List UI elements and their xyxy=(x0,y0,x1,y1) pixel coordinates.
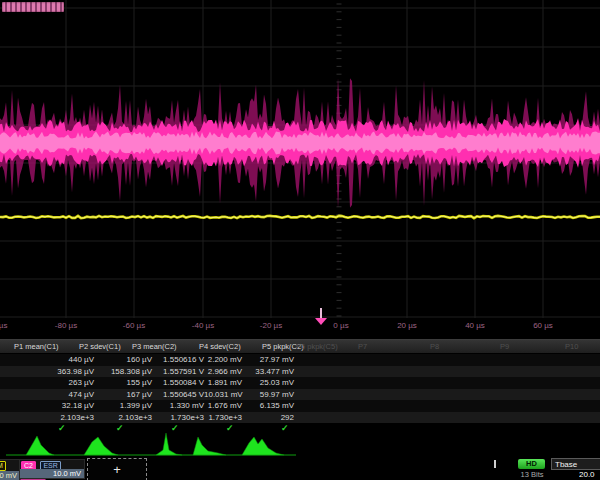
measure-value: 2.200 mV xyxy=(204,355,242,364)
measure-value: 2.966 mV xyxy=(204,367,242,376)
c1-coupling-badge: C1M xyxy=(0,461,6,471)
histicon xyxy=(156,433,182,455)
time-axis-label: -40 µs xyxy=(192,321,214,330)
param-header-p8[interactable]: P8 xyxy=(430,342,439,351)
measure-value: 1.730e+3 xyxy=(204,413,242,422)
partial-box-edge xyxy=(494,460,496,468)
measure-value: 1.550616 V xyxy=(152,355,204,364)
measure-value: 10.031 mV xyxy=(204,390,242,399)
measure-value: 1.550645 V xyxy=(152,390,204,399)
param-header-p1[interactable]: P1 mean(C1) xyxy=(14,342,59,351)
measure-value: 6.135 mV xyxy=(242,401,294,410)
measure-value: 474 µV xyxy=(0,390,94,399)
histicon xyxy=(26,436,54,455)
measure-row: 32.18 µV1.399 µV1.330 mV1.676 mV6.135 mV xyxy=(0,400,600,412)
measure-value: 440 µV xyxy=(0,355,94,364)
measure-value: 1.399 µV xyxy=(94,401,152,410)
param-header-p3[interactable]: P3 mean(C2) xyxy=(132,342,177,351)
descriptor-bar: C1M 0 mV C2 ESR DC1M 10.0 mV + HD 13 Bit… xyxy=(0,458,600,480)
top-left-pink-badge xyxy=(2,2,64,12)
time-axis-label: 0 µs xyxy=(333,321,348,330)
measure-value: 1.676 mV xyxy=(204,401,242,410)
measure-value: 1.730e+3 xyxy=(152,413,204,422)
measure-row: 263 µV155 µV1.550084 V1.891 mV25.03 mV xyxy=(0,377,600,389)
oscilloscope-screen: -100 µs-80 µs-60 µs-40 µs-20 µs0 µs20 µs… xyxy=(0,0,600,480)
histicon xyxy=(242,437,284,455)
add-trace-button[interactable]: + xyxy=(87,458,147,480)
time-axis-label: 40 µs xyxy=(465,321,485,330)
c1-vertical-scale: 0 mV xyxy=(0,471,19,480)
trigger-position-arrow-icon xyxy=(315,318,327,325)
measure-table-rows: 440 µV160 µV1.550616 V2.200 mV27.97 mV36… xyxy=(0,354,600,423)
measure-value: 155 µV xyxy=(94,378,152,387)
measure-value: 158.308 µV xyxy=(94,367,152,376)
param-header-p4[interactable]: P4 sdev(C2) xyxy=(199,342,241,351)
measure-value: 1.550084 V xyxy=(152,378,204,387)
time-axis-label: 60 µs xyxy=(533,321,553,330)
measure-row: 363.98 µV158.308 µV1.557591 V2.966 mV33.… xyxy=(0,366,600,378)
measure-value: 59.97 mV xyxy=(242,390,294,399)
graticule-and-traces xyxy=(0,0,600,318)
measure-value: 2.103e+3 xyxy=(94,413,152,422)
measure-value: 1.557591 V xyxy=(152,367,204,376)
time-axis-label: 20 µs xyxy=(397,321,417,330)
histicon xyxy=(193,437,226,455)
param-header-p2[interactable]: P2 sdev(C1) xyxy=(79,342,121,351)
measure-row: 2.103e+32.103e+31.730e+31.730e+3292 xyxy=(0,412,600,424)
measure-value: 292 xyxy=(242,413,294,422)
timebase-value: 20.0 xyxy=(579,470,600,479)
measure-value: 1.330 mV xyxy=(152,401,204,410)
measure-value: 32.18 µV xyxy=(0,401,94,410)
measure-value: 25.03 mV xyxy=(242,378,294,387)
measure-row: 440 µV160 µV1.550616 V2.200 mV27.97 mV xyxy=(0,354,600,366)
measure-histicons xyxy=(0,430,600,458)
time-axis-label: -80 µs xyxy=(55,321,77,330)
measure-value: 160 µV xyxy=(94,355,152,364)
hd-mode-badge[interactable]: HD xyxy=(518,459,545,469)
time-axis-label: -60 µs xyxy=(123,321,145,330)
measure-value: 363.98 µV xyxy=(0,367,94,376)
measure-value: 1.891 mV xyxy=(204,378,242,387)
param-header-p7[interactable]: P7 xyxy=(358,342,367,351)
measure-value: 167 µV xyxy=(94,390,152,399)
time-axis-labels: -100 µs-80 µs-60 µs-40 µs-20 µs0 µs20 µs… xyxy=(0,318,600,335)
time-axis-label: -20 µs xyxy=(260,321,282,330)
measure-value: 263 µV xyxy=(0,378,94,387)
hd-bits-label: 13 Bits xyxy=(514,470,550,479)
param-header-p9[interactable]: P9 xyxy=(500,342,509,351)
measure-value: 27.97 mV xyxy=(242,355,294,364)
histicon xyxy=(84,437,118,455)
param-header-p6[interactable]: P6 pkpk(C5) xyxy=(296,342,338,351)
measure-row: 474 µV167 µV1.550645 V10.031 mV59.97 mV xyxy=(0,389,600,401)
channel1-descriptor[interactable]: C1M 0 mV xyxy=(0,459,20,480)
param-header-p10[interactable]: P10 xyxy=(565,342,578,351)
measure-value: 33.477 mV xyxy=(242,367,294,376)
time-axis-label: -100 µs xyxy=(0,321,7,330)
measure-value: 2.103e+3 xyxy=(0,413,94,422)
measure-table-header: P1 mean(C1)P2 sdev(C1)P3 mean(C2)P4 sdev… xyxy=(0,339,600,354)
channel2-descriptor[interactable]: C2 ESR DC1M 10.0 mV xyxy=(19,459,85,479)
timebase-button[interactable]: Tbase xyxy=(551,458,600,470)
measure-table: P1 mean(C1)P2 sdev(C1)P3 mean(C2)P4 sdev… xyxy=(0,339,600,434)
c2-vertical-scale: 10.0 mV xyxy=(20,469,84,478)
